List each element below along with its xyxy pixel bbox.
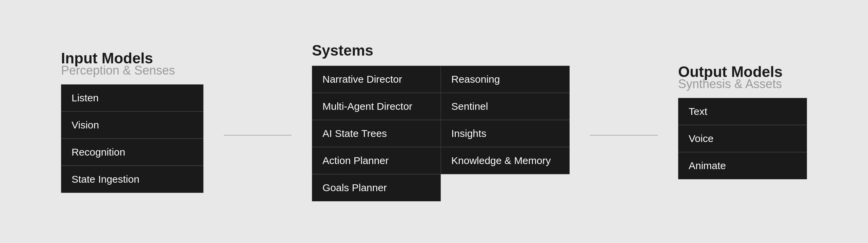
- list-item[interactable]: AI State Trees: [312, 120, 441, 147]
- list-item[interactable]: Reasoning: [441, 66, 570, 93]
- systems-section: Systems Narrative Director Multi-Agent D…: [312, 42, 570, 201]
- input-models-subtitle: Perception & Senses: [61, 63, 203, 78]
- systems-left-column: Narrative Director Multi-Agent Director …: [312, 66, 441, 201]
- list-item[interactable]: Listen: [61, 84, 203, 112]
- input-models-list: Listen Vision Recognition State Ingestio…: [61, 84, 203, 193]
- output-models-section: Output Models Synthesis & Assets Text Vo…: [678, 64, 807, 179]
- list-item[interactable]: Recognition: [61, 139, 203, 166]
- systems-grid: Narrative Director Multi-Agent Director …: [312, 66, 570, 201]
- main-container: Input Models Perception & Senses Listen …: [0, 42, 868, 201]
- list-item[interactable]: Text: [678, 98, 807, 125]
- connector-line-2: [590, 135, 658, 136]
- list-item[interactable]: Sentinel: [441, 93, 570, 120]
- output-models-subtitle: Synthesis & Assets: [678, 77, 807, 91]
- list-item[interactable]: Insights: [441, 120, 570, 147]
- connector-line-1: [224, 135, 292, 136]
- connector-1: [203, 135, 312, 136]
- connector-2: [570, 135, 678, 136]
- list-item[interactable]: Multi-Agent Director: [312, 93, 441, 120]
- list-item[interactable]: Vision: [61, 112, 203, 139]
- systems-right-column: Reasoning Sentinel Insights Knowledge & …: [441, 66, 570, 201]
- list-item[interactable]: Animate: [678, 152, 807, 179]
- list-item[interactable]: Goals Planner: [312, 174, 441, 201]
- output-models-list: Text Voice Animate: [678, 98, 807, 179]
- list-item[interactable]: State Ingestion: [61, 166, 203, 193]
- output-models-title-group: Output Models Synthesis & Assets: [678, 64, 807, 91]
- input-models-title: Input Models Perception & Senses: [61, 50, 203, 77]
- input-models-section: Input Models Perception & Senses Listen …: [61, 50, 203, 193]
- list-item[interactable]: Narrative Director: [312, 66, 441, 93]
- list-item[interactable]: Knowledge & Memory: [441, 147, 570, 174]
- list-item[interactable]: Voice: [678, 125, 807, 152]
- list-item[interactable]: Action Planner: [312, 147, 441, 174]
- systems-title: Systems: [312, 42, 570, 59]
